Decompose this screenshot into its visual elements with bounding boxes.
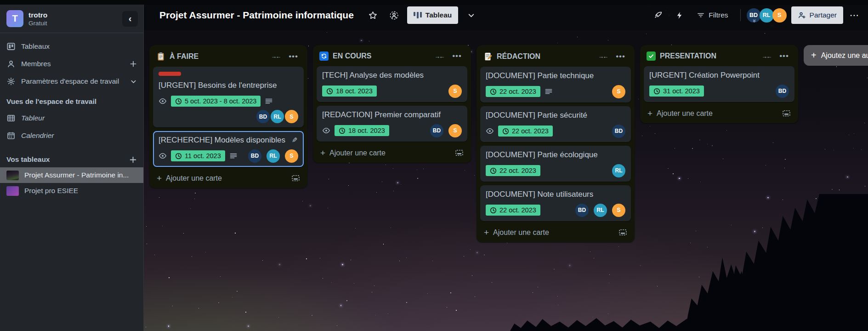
list-title: PRESENTATION — [660, 52, 756, 60]
card-doc-ecologique[interactable]: [DOCUMENT] Partie écologique 22 oct. 202… — [480, 146, 631, 182]
avatar-s[interactable]: S — [612, 204, 625, 217]
board-menu-button[interactable]: ⋯ — [848, 10, 862, 21]
board-members: BD« RL S — [748, 8, 787, 23]
workspace-visible-icon — [390, 11, 398, 20]
due-date-badge[interactable]: 22 oct. 2023 — [498, 126, 553, 137]
avatar-rl[interactable]: RL — [760, 8, 774, 23]
boards-icon — [6, 42, 16, 51]
bolt-icon — [675, 11, 683, 19]
sidebar-item-parametres[interactable]: Paramètres d'espace de travail — [0, 73, 143, 90]
due-date-badge[interactable]: 31 oct. 2023 — [649, 86, 704, 97]
card-urgent-besoins[interactable]: [URGENT] Besoins de l'entreprise 5 oct. … — [153, 67, 304, 127]
avatar-bd[interactable]: BD — [612, 125, 625, 138]
list-redaction: RÉDACTION →← ••• [DOCUMENT] Partie techn… — [477, 45, 635, 242]
card-doc-securite[interactable]: [DOCUMENT] Partie sécurité 22 oct. 2023 … — [480, 106, 631, 142]
edit-pencil-icon[interactable]: ✎ — [292, 136, 298, 144]
card-redaction-comparatif[interactable]: [REDACTION] Premier comparatif 18 oct. 2… — [317, 106, 467, 142]
board-thumbnail — [6, 186, 19, 196]
collapse-list-button[interactable]: →← — [270, 52, 283, 61]
avatar-s[interactable]: S — [285, 110, 298, 123]
clock-icon — [175, 153, 182, 160]
avatar-bd[interactable]: BD — [430, 124, 443, 137]
description-icon — [265, 97, 273, 105]
due-date-badge[interactable]: 11 oct. 2023 — [171, 150, 225, 161]
card-doc-note-utilisateurs[interactable]: [DOCUMENT] Note utilisateurs 22 oct. 202… — [480, 185, 631, 221]
avatar-bd[interactable]: BD — [776, 85, 789, 98]
avatar-bd[interactable]: BD — [248, 149, 261, 163]
clock-icon — [490, 88, 497, 95]
avatar-bd[interactable]: BD — [256, 110, 270, 123]
add-board-button[interactable] — [129, 156, 137, 164]
add-card-button[interactable]: + Ajouter une carte — [153, 171, 304, 184]
list-menu-button[interactable]: ••• — [450, 51, 464, 61]
filters-button[interactable]: Filtres — [692, 7, 732, 23]
sidebar-nav: Tableaux Membres Paramètres d'espace de … — [0, 33, 143, 199]
due-date-badge[interactable]: 22 oct. 2023 — [486, 86, 540, 97]
share-button[interactable]: Partager — [791, 6, 843, 24]
list-title: EN COURS — [333, 52, 429, 60]
clock-icon — [653, 88, 660, 95]
avatar-s[interactable]: S — [612, 85, 625, 98]
avatar-rl[interactable]: RL — [271, 110, 284, 123]
card-label-red — [159, 72, 181, 76]
table-icon — [6, 114, 16, 122]
sidebar-view-calendrier[interactable]: Calendrier — [0, 127, 143, 144]
card-template-icon[interactable] — [618, 228, 627, 237]
visibility-button[interactable] — [386, 7, 403, 23]
list-a-faire: À FAIRE →← ••• [URGENT] Besoins de l'ent… — [149, 45, 307, 188]
add-list-button[interactable]: + Ajoutez une autre liste — [804, 45, 868, 66]
collapse-list-button[interactable]: →← — [597, 52, 610, 61]
add-card-button[interactable]: + Ajouter une carte — [317, 145, 467, 159]
list-menu-button[interactable]: ••• — [287, 52, 300, 61]
automation-button[interactable] — [671, 7, 687, 23]
avatar-s[interactable]: S — [448, 85, 462, 98]
clipboard-icon — [156, 51, 165, 61]
due-date-badge[interactable]: 22 oct. 2023 — [486, 205, 540, 216]
add-member-button[interactable] — [130, 60, 137, 68]
avatar-s[interactable]: S — [772, 8, 787, 23]
card-template-icon[interactable] — [455, 148, 464, 157]
due-date-badge[interactable]: 22 oct. 2023 — [486, 165, 540, 176]
due-date-badge[interactable]: 18 oct. 2023 — [335, 125, 389, 136]
card-tech-analyse[interactable]: [TECH] Analyse des modèles 18 oct. 2023 … — [317, 66, 467, 102]
sidebar-view-tableur[interactable]: Tableur — [0, 109, 143, 127]
add-card-button[interactable]: + Ajouter une carte — [480, 225, 631, 239]
board-title: Projet Assurmer - Patrimoine informatiqu… — [159, 10, 354, 21]
due-date-badge[interactable]: 5 oct. 2023 - 8 oct. 2023 — [171, 96, 261, 107]
avatar-s[interactable]: S — [448, 124, 462, 137]
collapse-list-button[interactable]: →← — [433, 52, 446, 61]
card-template-icon[interactable] — [782, 109, 791, 118]
avatar-rl[interactable]: RL — [612, 164, 625, 177]
star-button[interactable] — [365, 7, 381, 23]
sidebar-collapse-button[interactable]: ‹ — [122, 11, 138, 27]
avatar-bd[interactable]: BD« — [747, 8, 761, 23]
avatar-rl[interactable]: RL — [267, 149, 280, 163]
view-switcher-tableau[interactable]: Tableau — [407, 6, 458, 24]
avatar-bd[interactable]: BD — [575, 204, 589, 217]
avatar-rl[interactable]: RL — [594, 204, 607, 217]
sidebar-board-assurmer[interactable]: Projet Assurmer - Patrimoine in... — [0, 167, 143, 183]
list-menu-button[interactable]: ••• — [614, 52, 627, 61]
add-card-button[interactable]: + Ajouter une carte — [644, 106, 794, 120]
sidebar-board-esiee[interactable]: Projet pro ESIEE — [0, 183, 143, 199]
card-recherche-modeles[interactable]: ✎ [RECHERCHE] Modèles disponibles 11 oct… — [153, 131, 304, 167]
board-thumbnail — [6, 171, 19, 180]
list-menu-button[interactable]: ••• — [777, 51, 791, 61]
card-urgent-powerpoint[interactable]: [URGENT] Création Powerpoint 31 oct. 202… — [644, 66, 794, 102]
share-person-icon — [798, 11, 806, 19]
collapse-list-button[interactable]: →← — [760, 52, 773, 61]
sidebar-item-tableaux[interactable]: Tableaux — [0, 38, 143, 55]
clock-icon — [502, 128, 509, 135]
card-doc-technique[interactable]: [DOCUMENT] Partie technique 22 oct. 2023… — [480, 67, 631, 103]
power-ups-button[interactable] — [650, 7, 666, 23]
views-heading: Vues de l'espace de travail — [0, 90, 143, 109]
card-template-icon[interactable] — [291, 174, 300, 183]
sidebar-item-membres[interactable]: Membres — [0, 55, 143, 73]
due-date-badge[interactable]: 18 oct. 2023 — [322, 86, 377, 97]
workspace-header: T trotro Gratuit ‹ — [0, 5, 143, 33]
view-switcher-dropdown[interactable] — [463, 7, 479, 23]
avatar-s[interactable]: S — [285, 149, 298, 163]
list-presentation: PRESENTATION →← ••• [URGENT] Création Po… — [640, 45, 798, 123]
workspace-avatar: T — [6, 10, 23, 27]
list-title: À FAIRE — [170, 52, 266, 61]
